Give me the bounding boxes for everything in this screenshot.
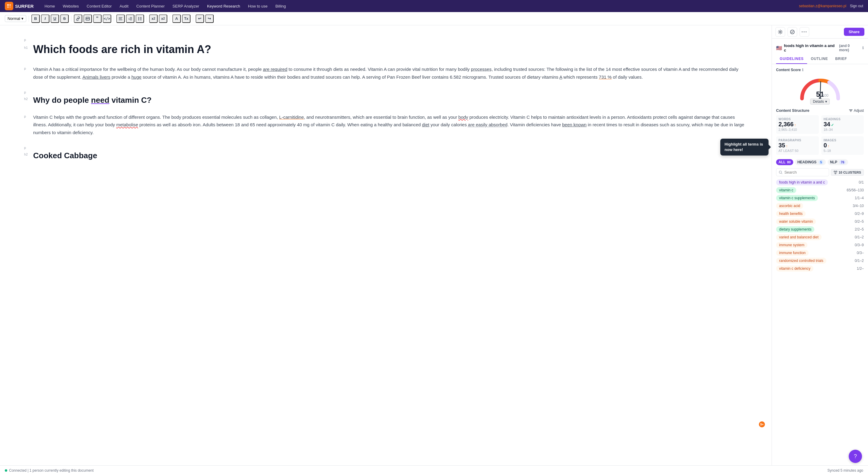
kw-item-4: health benefits 0/2–9	[776, 211, 864, 217]
p1-content[interactable]: Vitamin A has a critical importance for …	[33, 65, 747, 81]
right-panel: ··· Share 🇺🇸 foods high in vitamin a and…	[772, 25, 868, 465]
unordered-list-button[interactable]	[135, 14, 144, 23]
tab-guidelines[interactable]: GUIDELINES	[776, 54, 807, 64]
highlight-tooltip: Highlight all terms is now here!	[720, 139, 769, 156]
clear-format-button[interactable]: Tx	[182, 14, 190, 23]
headings-label: HEADINGS	[824, 118, 862, 121]
kw-count-9: 0/3–	[857, 251, 864, 255]
link-l-carnitidine: L-carnitidine	[279, 115, 304, 120]
ordered-list-button[interactable]: 1.	[126, 14, 134, 23]
clusters-button[interactable]: 10 CLUSTERS	[831, 169, 864, 176]
words-value: 2,366	[778, 121, 794, 128]
h2-heading-2[interactable]: Cooked Cabbage	[33, 151, 97, 161]
svg-point-15	[138, 19, 139, 20]
tab-outline[interactable]: OUTLINE	[807, 54, 832, 64]
keyword-search[interactable]	[776, 168, 829, 176]
adjust-button[interactable]: Adjust	[849, 108, 864, 113]
svg-point-5	[87, 18, 87, 19]
code-button[interactable]: </>	[103, 14, 111, 23]
kw-pill-0[interactable]: foods high in vitamin a and c	[776, 179, 828, 185]
toolbar-divider-2	[71, 16, 71, 22]
details-button[interactable]: Details ▾	[810, 99, 830, 104]
nav-how-to-use[interactable]: How to use	[244, 2, 271, 10]
h1-heading[interactable]: Which foods are rich in vitamin A?	[33, 43, 211, 56]
need-underline: need	[91, 96, 110, 104]
strikethrough-button[interactable]: S	[60, 14, 69, 23]
kw-pill-8[interactable]: immune system	[776, 242, 807, 248]
signout-link[interactable]: Sign out	[850, 4, 863, 8]
h2-heading-1[interactable]: Why do people need vitamin C?	[33, 95, 152, 105]
paragraphs-arrow: ↑	[786, 144, 787, 148]
kw-pill-7[interactable]: varied and balanced diet	[776, 234, 822, 240]
kw-pill-1[interactable]: vitamin c	[776, 187, 796, 193]
tab-brief[interactable]: BRIEF	[832, 54, 850, 64]
nav-audit[interactable]: Audit	[116, 2, 132, 10]
kw-pill-3[interactable]: ascorbic acid	[776, 203, 803, 209]
format-select[interactable]: Normal ▾	[5, 15, 26, 22]
connected-dot	[5, 469, 7, 472]
user-email: sebastian.z@kampanieseo.pl	[799, 4, 846, 8]
info-icon[interactable]: ℹ	[862, 46, 864, 50]
images-card: IMAGES 0 ↑ 5–18	[821, 136, 864, 155]
h2-block-1: h2 Why do people need vitamin C?	[24, 95, 747, 109]
kw-pill-2[interactable]: vitamin c supplements	[776, 195, 818, 201]
bold-button[interactable]: B	[31, 14, 40, 23]
and-more-label: (and 0 more)	[839, 44, 861, 52]
panel-tabs: GUIDELINES OUTLINE BRIEF	[772, 54, 868, 64]
svg-point-28	[835, 173, 836, 174]
settings-icon-btn[interactable]	[775, 27, 785, 37]
toolbar-divider-4	[147, 16, 147, 22]
panel-body: Content Score ℹ	[772, 64, 868, 465]
chevron-down-icon: ▾	[825, 99, 827, 104]
blockquote-button[interactable]: "	[93, 14, 101, 23]
kw-pill-6[interactable]: dietary supplements	[776, 226, 814, 232]
image-button[interactable]	[84, 14, 92, 23]
paragraphs-label: PARAGRAPHS	[778, 139, 816, 142]
subscript-button[interactable]: x2	[149, 14, 158, 23]
paragraphs-range: AT LEAST 50	[778, 149, 816, 153]
more-icon-btn[interactable]: ···	[800, 27, 809, 37]
underline-button[interactable]: U	[51, 14, 59, 23]
kw-item-1: vitamin c 65/56–133	[776, 187, 864, 193]
check-icon-btn[interactable]	[787, 27, 797, 37]
share-button[interactable]: Share	[844, 28, 864, 36]
kw-tab-all[interactable]: ALL 80	[776, 159, 793, 165]
nav-keyword-research[interactable]: Keyword Research	[204, 2, 244, 10]
kw-pill-5[interactable]: water soluble vitamin	[776, 219, 816, 225]
redo-button[interactable]: ↪	[205, 14, 214, 23]
link-button[interactable]	[74, 14, 82, 23]
kw-tab-nlp[interactable]: NLP 76	[828, 159, 848, 165]
editor-avatar: 9+	[758, 421, 766, 428]
editor-area[interactable]: p h1 Which foods are rich in vitamin A? …	[0, 25, 772, 465]
kw-pill-10[interactable]: randomized controlled trials	[776, 258, 827, 264]
nav-content-planner[interactable]: Content Planner	[133, 2, 168, 10]
nav-home[interactable]: Home	[41, 2, 59, 10]
kw-tab-headings[interactable]: HEADINGS 5	[795, 159, 826, 165]
superscript-button[interactable]: x2	[159, 14, 167, 23]
link-are-required: are required	[263, 67, 287, 72]
undo-button[interactable]: ↩	[195, 14, 204, 23]
kw-item-6: dietary supplements 2/2–5	[776, 226, 864, 232]
kw-pill-4[interactable]: health benefits	[776, 211, 806, 217]
kw-count-4: 0/2–9	[855, 212, 864, 216]
nav-links: Home Websites Content Editor Audit Conte…	[41, 2, 799, 10]
nav-serp-analyzer[interactable]: SERP Analyzer	[169, 2, 203, 10]
help-button[interactable]: ?	[849, 450, 862, 463]
p2-content[interactable]: Vitamin C helps with the growth and func…	[33, 113, 747, 136]
nav-websites[interactable]: Websites	[59, 2, 82, 10]
editor-toolbar: Normal ▾ B I U S " </> 1. x2 x2 A Tx ↩ ↪	[0, 12, 868, 25]
images-value: 0	[824, 142, 827, 149]
kw-count-0: 0/1	[859, 180, 864, 185]
search-input[interactable]	[784, 170, 827, 175]
logo[interactable]: SURFER	[5, 2, 34, 10]
words-arrow: ↑	[794, 123, 796, 127]
italic-button[interactable]: I	[41, 14, 50, 23]
kw-pill-11[interactable]: vitamin c deficiency	[776, 265, 813, 272]
highlight-button[interactable]: A	[173, 14, 181, 23]
toolbar-divider-3	[114, 16, 114, 22]
nav-content-editor[interactable]: Content Editor	[83, 2, 116, 10]
score-info-icon[interactable]: ℹ	[802, 68, 804, 72]
kw-pill-9[interactable]: immune function	[776, 250, 809, 256]
nav-billing[interactable]: Billing	[272, 2, 290, 10]
align-button[interactable]	[116, 14, 125, 23]
